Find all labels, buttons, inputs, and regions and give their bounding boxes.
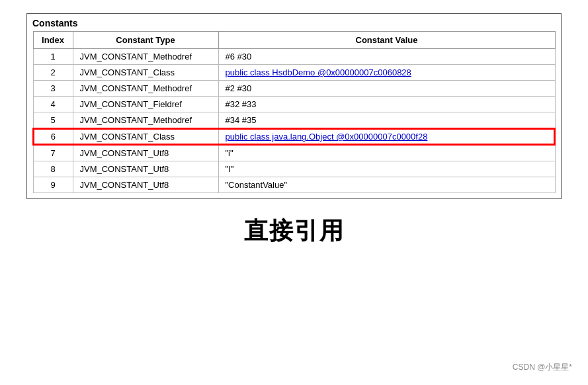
table-header-row: Index Constant Type Constant Value xyxy=(33,32,555,49)
cell-type: JVM_CONSTANT_Utf8 xyxy=(73,145,218,161)
cell-value[interactable]: public class java.lang.Object @0x0000000… xyxy=(218,128,555,145)
cell-value: #32 #33 xyxy=(218,97,555,112)
watermark-text: CSDN @小星星* xyxy=(513,362,572,373)
cell-index: 8 xyxy=(33,161,73,177)
cell-index: 1 xyxy=(33,49,73,65)
cell-value: #2 #30 xyxy=(218,81,555,97)
table-row: 7JVM_CONSTANT_Utf8"i" xyxy=(33,145,555,161)
cell-type: JVM_CONSTANT_Fieldref xyxy=(73,97,218,112)
table-row: 8JVM_CONSTANT_Utf8"I" xyxy=(33,161,555,177)
table-row: 3JVM_CONSTANT_Methodref#2 #30 xyxy=(33,81,555,97)
cell-type: JVM_CONSTANT_Methodref xyxy=(73,81,218,97)
cell-value: #6 #30 xyxy=(218,49,555,65)
cell-index: 7 xyxy=(33,145,73,161)
bottom-section: 直接引用 xyxy=(26,215,562,247)
cell-value[interactable]: public class HsdbDemo @0x00000007c006082… xyxy=(218,65,555,81)
table-body: 1JVM_CONSTANT_Methodref#6 #302JVM_CONSTA… xyxy=(33,49,555,193)
table-row: 1JVM_CONSTANT_Methodref#6 #30 xyxy=(33,49,555,65)
header-constant-value: Constant Value xyxy=(218,32,555,49)
header-index: Index xyxy=(33,32,73,49)
cell-index: 2 xyxy=(33,65,73,81)
cell-index: 6 xyxy=(33,128,73,145)
cell-type: JVM_CONSTANT_Utf8 xyxy=(73,177,218,193)
table-row: 2JVM_CONSTANT_Classpublic class HsdbDemo… xyxy=(33,65,555,81)
cell-type: JVM_CONSTANT_Methodref xyxy=(73,112,218,129)
chinese-title: 直接引用 xyxy=(244,215,345,247)
constants-table-container: Constants Index Constant Type Constant V… xyxy=(26,13,562,199)
cell-index: 4 xyxy=(33,97,73,112)
cell-value: #34 #35 xyxy=(218,112,555,129)
cell-value: "i" xyxy=(218,145,555,161)
table-row: 4JVM_CONSTANT_Fieldref#32 #33 xyxy=(33,97,555,112)
cell-type: JVM_CONSTANT_Methodref xyxy=(73,49,218,65)
table-row: 5JVM_CONSTANT_Methodref#34 #35 xyxy=(33,112,555,129)
table-row: 9JVM_CONSTANT_Utf8"ConstantValue" xyxy=(33,177,555,193)
cell-index: 3 xyxy=(33,81,73,97)
cell-index: 5 xyxy=(33,112,73,129)
cell-type: JVM_CONSTANT_Class xyxy=(73,128,218,145)
cell-value: "I" xyxy=(218,161,555,177)
constants-table: Index Constant Type Constant Value 1JVM_… xyxy=(32,31,556,193)
cell-type: JVM_CONSTANT_Utf8 xyxy=(73,161,218,177)
table-row: 6JVM_CONSTANT_Classpublic class java.lan… xyxy=(33,128,555,145)
table-title: Constants xyxy=(32,18,556,28)
cell-index: 9 xyxy=(33,177,73,193)
header-constant-type: Constant Type xyxy=(73,32,218,49)
cell-value: "ConstantValue" xyxy=(218,177,555,193)
cell-type: JVM_CONSTANT_Class xyxy=(73,65,218,81)
